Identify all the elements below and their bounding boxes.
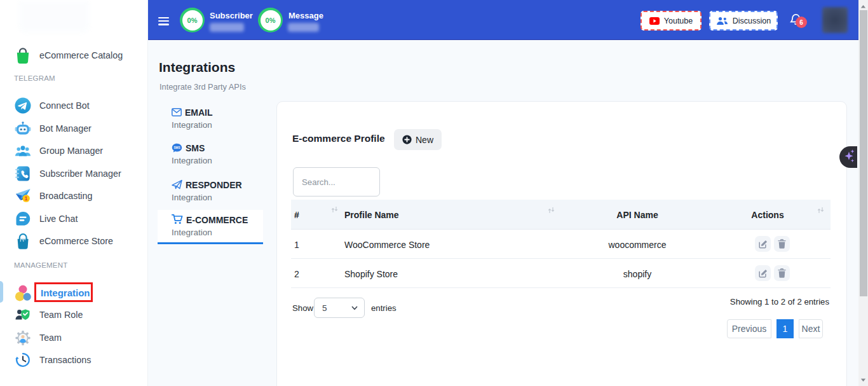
svg-text:1: 1 — [25, 196, 28, 202]
svg-text:SMS: SMS — [174, 146, 180, 149]
